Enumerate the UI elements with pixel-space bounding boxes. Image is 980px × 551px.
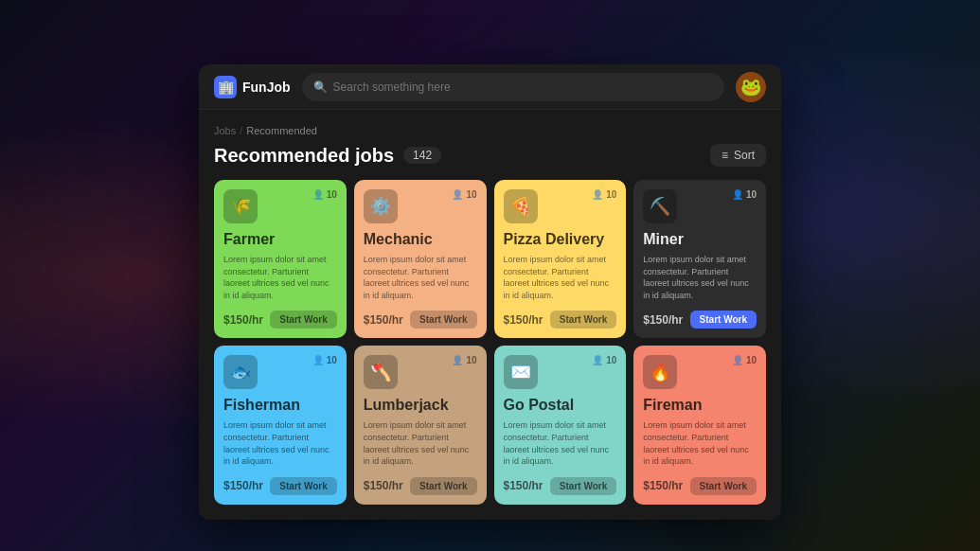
job-footer: $150/hr Start Work <box>364 311 477 329</box>
job-footer: $150/hr Start Work <box>504 311 617 329</box>
job-description: Lorem ipsum dolor sit amet consectetur. … <box>364 419 477 467</box>
page-header: Recommended jobs 142 ≡ Sort <box>214 144 766 167</box>
job-footer: $150/hr Start Work <box>223 477 337 495</box>
logo-area: 🏢 FunJob <box>214 76 291 98</box>
players-count: 10 <box>327 189 337 200</box>
start-work-button[interactable]: Start Work <box>550 477 616 495</box>
sort-label: Sort <box>734 149 755 162</box>
job-card-fireman: 🔥 👤 10 Fireman Lorem ipsum dolor sit ame… <box>633 346 766 504</box>
job-footer: $150/hr Start Work <box>223 311 337 329</box>
page-title: Recommended jobs <box>214 145 394 167</box>
job-card-top: ⛏️ 👤 10 <box>643 189 757 223</box>
avatar[interactable]: 🐸 <box>736 72 766 102</box>
job-title: Farmer <box>223 231 337 248</box>
job-title: Mechanic <box>364 231 477 248</box>
job-card-top: ✉️ 👤 10 <box>504 355 617 389</box>
search-icon: 🔍 <box>313 80 328 94</box>
job-pay: $150/hr <box>504 479 543 492</box>
job-pay: $150/hr <box>643 479 683 492</box>
start-work-button[interactable]: Start Work <box>690 311 757 329</box>
job-footer: $150/hr Start Work <box>643 477 757 495</box>
start-work-button[interactable]: Start Work <box>410 311 476 329</box>
job-icon: 🪓 <box>364 355 398 389</box>
job-title: Go Postal <box>504 397 617 414</box>
job-pay: $150/hr <box>223 479 263 492</box>
job-pay: $150/hr <box>223 313 263 327</box>
job-icon: 🌾 <box>223 189 258 223</box>
job-description: Lorem ipsum dolor sit amet consectetur. … <box>364 254 477 301</box>
start-work-button[interactable]: Start Work <box>690 477 757 495</box>
job-description: Lorem ipsum dolor sit amet consectetur. … <box>504 254 617 301</box>
breadcrumb: Jobs / Recommended <box>214 125 766 136</box>
job-description: Lorem ipsum dolor sit amet consectetur. … <box>223 419 337 467</box>
job-description: Lorem ipsum dolor sit amet consectetur. … <box>223 254 337 301</box>
job-card-top: ⚙️ 👤 10 <box>364 189 477 223</box>
start-work-button[interactable]: Start Work <box>270 477 336 495</box>
job-pay: $150/hr <box>643 313 683 327</box>
job-card-fisherman: 🐟 👤 10 Fisherman Lorem ipsum dolor sit a… <box>214 346 347 504</box>
content-area: Jobs / Recommended Recommended jobs 142 … <box>199 110 781 520</box>
job-pay: $150/hr <box>504 313 543 327</box>
logo-text: FunJob <box>242 80 291 95</box>
job-description: Lorem ipsum dolor sit amet consectetur. … <box>504 419 617 467</box>
start-work-button[interactable]: Start Work <box>550 311 616 329</box>
job-players: 👤 10 <box>732 355 757 365</box>
job-icon: ⛏️ <box>643 189 677 223</box>
players-icon: 👤 <box>592 355 603 365</box>
players-count: 10 <box>746 189 757 200</box>
players-count: 10 <box>466 355 476 365</box>
job-footer: $150/hr Start Work <box>643 311 757 329</box>
job-players: 👤 10 <box>452 189 476 200</box>
job-card-go-postal: ✉️ 👤 10 Go Postal Lorem ipsum dolor sit … <box>494 346 627 504</box>
job-footer: $150/hr Start Work <box>504 477 617 495</box>
job-description: Lorem ipsum dolor sit amet consectetur. … <box>643 254 757 301</box>
players-icon: 👤 <box>312 355 324 365</box>
job-pay: $150/hr <box>364 313 403 327</box>
app-header: 🏢 FunJob 🔍 🐸 <box>199 64 781 110</box>
job-card-top: 🍕 👤 10 <box>504 189 617 223</box>
job-card-top: 🐟 👤 10 <box>223 355 337 389</box>
job-description: Lorem ipsum dolor sit amet consectetur. … <box>643 419 757 467</box>
search-bar[interactable]: 🔍 <box>302 73 724 101</box>
players-icon: 👤 <box>592 189 603 200</box>
job-players: 👤 10 <box>452 355 476 365</box>
job-icon: ✉️ <box>504 355 538 389</box>
job-card-farmer: 🌾 👤 10 Farmer Lorem ipsum dolor sit amet… <box>214 180 347 338</box>
job-icon: 🐟 <box>223 355 258 389</box>
sort-icon: ≡ <box>722 149 728 162</box>
app-window: 🏢 FunJob 🔍 🐸 Jobs / Recommended Recommen… <box>199 64 781 520</box>
players-icon: 👤 <box>732 355 743 365</box>
players-count: 10 <box>466 189 476 200</box>
players-count: 10 <box>606 189 616 200</box>
job-players: 👤 10 <box>312 189 337 200</box>
job-card-top: 🌾 👤 10 <box>223 189 337 223</box>
job-title: Fisherman <box>223 397 337 414</box>
players-icon: 👤 <box>452 189 463 200</box>
job-card-top: 🔥 👤 10 <box>643 355 757 389</box>
job-players: 👤 10 <box>592 355 616 365</box>
job-card-mechanic: ⚙️ 👤 10 Mechanic Lorem ipsum dolor sit a… <box>354 180 487 338</box>
job-players: 👤 10 <box>592 189 616 200</box>
players-icon: 👤 <box>452 355 463 365</box>
job-pay: $150/hr <box>364 479 403 492</box>
job-title: Lumberjack <box>364 397 477 414</box>
job-card-pizza-delivery: 🍕 👤 10 Pizza Delivery Lorem ipsum dolor … <box>494 180 627 338</box>
job-icon: 🍕 <box>504 189 538 223</box>
breadcrumb-separator: / <box>240 125 242 136</box>
start-work-button[interactable]: Start Work <box>270 311 336 329</box>
start-work-button[interactable]: Start Work <box>410 477 476 495</box>
count-badge: 142 <box>403 147 441 164</box>
job-icon: 🔥 <box>643 355 677 389</box>
search-input[interactable] <box>333 80 713 94</box>
logo-icon: 🏢 <box>214 76 237 98</box>
players-count: 10 <box>606 355 616 365</box>
breadcrumb-parent[interactable]: Jobs <box>214 125 236 136</box>
players-count: 10 <box>327 355 337 365</box>
breadcrumb-current: Recommended <box>246 125 317 136</box>
job-card-top: 🪓 👤 10 <box>364 355 477 389</box>
sort-button[interactable]: ≡ Sort <box>710 144 766 167</box>
players-icon: 👤 <box>312 189 324 200</box>
page-title-area: Recommended jobs 142 <box>214 145 441 167</box>
job-title: Miner <box>643 231 757 248</box>
job-card-lumberjack: 🪓 👤 10 Lumberjack Lorem ipsum dolor sit … <box>354 346 487 504</box>
